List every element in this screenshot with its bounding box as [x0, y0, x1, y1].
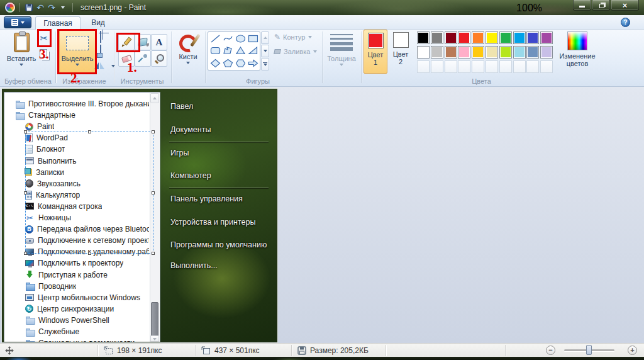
- crop-button[interactable]: [99, 31, 110, 43]
- palette-swatch[interactable]: [499, 31, 512, 44]
- palette-empty-slot[interactable]: [526, 60, 539, 73]
- window-title: screen1.png - Paint: [80, 3, 146, 12]
- palette-swatch[interactable]: [526, 31, 539, 44]
- restore-button[interactable]: [592, 0, 610, 11]
- selection-handle[interactable]: [88, 130, 91, 133]
- chevron-down-icon: [340, 64, 343, 66]
- chevron-down-icon: [21, 21, 25, 24]
- redo-button[interactable]: ↷: [46, 1, 57, 14]
- shape-right-triangle[interactable]: [247, 45, 259, 57]
- shape-outline-button[interactable]: ✎ Контур: [274, 33, 312, 42]
- sync-icon: [25, 305, 33, 313]
- tab-view[interactable]: Вид: [83, 16, 113, 30]
- paint-canvas-area[interactable]: Противостояние III. Второе дыханиеСтанда…: [0, 87, 644, 343]
- start-menu-item-label: Windows PowerShell: [38, 316, 109, 325]
- palette-swatch[interactable]: [458, 46, 470, 59]
- shape-line[interactable]: [209, 33, 221, 45]
- qat-customize-button[interactable]: [57, 1, 69, 14]
- shape-fill-button[interactable]: Заливка: [274, 48, 317, 55]
- palette-empty-slot[interactable]: [486, 60, 498, 73]
- palette-swatch[interactable]: [445, 31, 457, 44]
- palette-swatch[interactable]: [472, 31, 484, 44]
- shapes-scroll-down-button[interactable]: [261, 45, 269, 57]
- selection-rectangle[interactable]: [25, 132, 153, 254]
- brushes-label: Кисти: [179, 53, 197, 60]
- crop-icon: [100, 31, 101, 43]
- palette-empty-slot[interactable]: [499, 60, 512, 73]
- minimize-button[interactable]: [573, 0, 591, 11]
- selection-handle[interactable]: [152, 191, 155, 194]
- palette-swatch[interactable]: [486, 31, 498, 44]
- palette-swatch[interactable]: [486, 46, 498, 59]
- palette-swatch[interactable]: [540, 46, 553, 59]
- shapes-more-button[interactable]: [261, 58, 269, 70]
- text-tool-button[interactable]: A: [151, 34, 167, 50]
- close-button[interactable]: ×: [611, 0, 639, 11]
- size-button[interactable]: Толщина: [325, 30, 358, 74]
- shape-rounded-rectangle[interactable]: [209, 45, 221, 57]
- selection-handle[interactable]: [152, 252, 155, 255]
- selection-handle[interactable]: [24, 130, 27, 133]
- resize-button[interactable]: [99, 45, 110, 57]
- shapes-scroll-up-button[interactable]: [261, 31, 269, 44]
- brushes-button[interactable]: Кисти: [174, 30, 203, 74]
- shape-ellipse[interactable]: [235, 33, 247, 45]
- palette-swatch[interactable]: [445, 46, 457, 59]
- help-button[interactable]: ?: [621, 18, 630, 27]
- eyedropper-icon: [138, 54, 147, 63]
- shape-curve[interactable]: [222, 33, 234, 45]
- zoom-in-button[interactable]: +: [628, 346, 637, 355]
- annotation-number-2: 2.: [70, 70, 80, 86]
- zoom-out-button[interactable]: −: [546, 346, 555, 355]
- selection-handle[interactable]: [24, 252, 27, 255]
- paste-button[interactable]: Вставить: [5, 30, 38, 74]
- palette-empty-slot[interactable]: [540, 60, 553, 73]
- palette-swatch[interactable]: [526, 46, 539, 59]
- color-picker-tool-button[interactable]: [135, 50, 151, 67]
- shape-triangle[interactable]: [235, 45, 247, 57]
- undo-button[interactable]: ↶: [35, 1, 46, 14]
- selection-handle[interactable]: [152, 130, 155, 133]
- zoom-slider-thumb[interactable]: [586, 345, 592, 355]
- palette-swatch[interactable]: [431, 31, 443, 44]
- palette-swatch[interactable]: [417, 46, 430, 59]
- palette-swatch[interactable]: [513, 31, 526, 44]
- palette-swatch[interactable]: [458, 31, 470, 44]
- annotation-number-3: 3.: [39, 47, 49, 62]
- palette-empty-slot[interactable]: [472, 60, 484, 73]
- shape-diamond[interactable]: [209, 57, 221, 69]
- shape-pentagon[interactable]: [222, 57, 234, 69]
- rotate-button[interactable]: [99, 59, 110, 70]
- palette-empty-slot[interactable]: [445, 60, 457, 73]
- save-button[interactable]: [23, 1, 35, 14]
- application-menu-button[interactable]: [4, 16, 31, 28]
- paint-logo-icon[interactable]: [5, 3, 15, 13]
- palette-empty-slot[interactable]: [431, 60, 443, 73]
- edit-colors-button[interactable]: Изменение цветов: [556, 30, 599, 74]
- palette-empty-slot[interactable]: [513, 60, 526, 73]
- shape-rectangle[interactable]: [247, 33, 259, 45]
- chevron-down-icon: [313, 50, 317, 53]
- zoom-level-text: 100%: [511, 3, 542, 14]
- color1-button[interactable]: Цвет 1: [364, 30, 387, 74]
- shape-hexagon[interactable]: [235, 57, 247, 69]
- palette-swatch[interactable]: [431, 46, 443, 59]
- palette-swatch[interactable]: [540, 31, 553, 44]
- tab-home[interactable]: Главная: [35, 16, 80, 30]
- palette-swatch[interactable]: [417, 31, 430, 44]
- paint-icon: [25, 123, 33, 131]
- selection-handle[interactable]: [88, 252, 91, 255]
- palette-swatch[interactable]: [499, 46, 512, 59]
- palette-empty-slot[interactable]: [458, 60, 470, 73]
- palette-empty-slot[interactable]: [417, 60, 430, 73]
- shape-arrow-right[interactable]: [247, 57, 259, 69]
- selection-handle[interactable]: [24, 191, 27, 194]
- start-menu-item-label: Противостояние III. Второе дыхание: [28, 99, 149, 108]
- undo-icon: ↶: [36, 3, 44, 12]
- taskbar-strip: [0, 357, 644, 360]
- palette-swatch[interactable]: [513, 46, 526, 59]
- palette-swatch[interactable]: [472, 46, 484, 59]
- magnifier-tool-button[interactable]: [151, 50, 167, 67]
- color2-button[interactable]: Цвет 2: [389, 30, 413, 74]
- shape-polygon[interactable]: [222, 45, 234, 57]
